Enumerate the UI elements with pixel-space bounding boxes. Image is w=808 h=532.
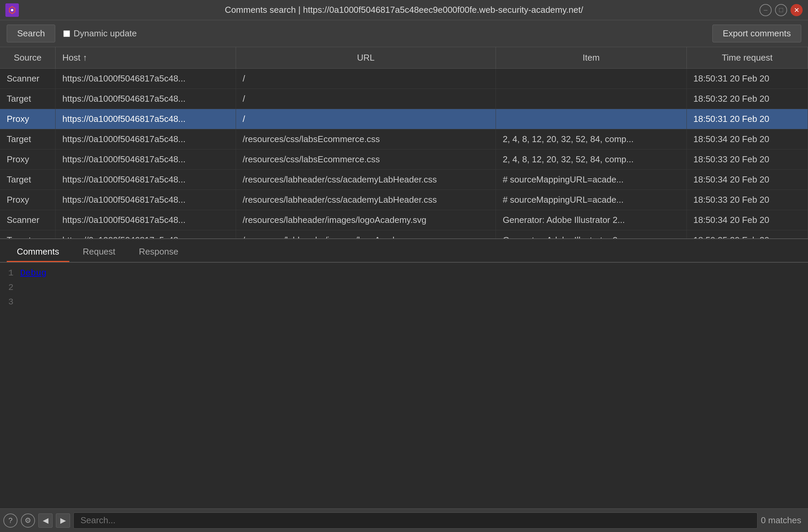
cell-url: / [236, 89, 496, 109]
table-row[interactable]: Proxy https://0a1000f5046817a5c48... /re… [0, 190, 808, 210]
minimize-button[interactable]: – [759, 4, 772, 16]
col-header-time[interactable]: Time request [686, 47, 808, 69]
code-line: 1Debug [0, 266, 808, 280]
col-header-source[interactable]: Source [0, 47, 56, 69]
cell-source: Proxy [0, 190, 56, 210]
line-number: 3 [0, 296, 20, 309]
cell-source: Target [0, 230, 56, 239]
cell-item [496, 89, 686, 109]
cell-time: 18:50:35 20 Feb 20 [686, 230, 808, 239]
table-row[interactable]: Target https://0a1000f5046817a5c48... /r… [0, 170, 808, 190]
cell-host: https://0a1000f5046817a5c48... [56, 89, 236, 109]
cell-host: https://0a1000f5046817a5c48... [56, 69, 236, 89]
tab-response[interactable]: Response [129, 242, 188, 262]
bottom-pane: Comments Request Response 1Debug23 [0, 239, 808, 509]
window-title: Comments search | https://0a1000f5046817… [225, 5, 583, 15]
cell-url: /resources/labheader/images/logoAcademy.… [236, 230, 496, 239]
cell-item: Generator: Adobe Illustrator 2... [496, 230, 686, 239]
table-body: Scanner https://0a1000f5046817a5c48... /… [0, 69, 808, 239]
cell-time: 18:50:33 20 Feb 20 [686, 149, 808, 170]
cell-item: Generator: Adobe Illustrator 2... [496, 210, 686, 230]
line-content: Debug [20, 267, 47, 280]
forward-button[interactable]: ▶ [56, 513, 70, 528]
window-controls: – □ ✕ [759, 4, 803, 16]
cell-source: Proxy [0, 149, 56, 170]
close-button[interactable]: ✕ [790, 4, 803, 16]
dynamic-update-checkbox[interactable] [63, 30, 70, 37]
statusbar: ? ⚙ ◀ ▶ 0 matches [0, 509, 808, 532]
cell-item: # sourceMappingURL=acade... [496, 170, 686, 190]
cell-item: 2, 4, 8, 12, 20, 32, 52, 84, comp... [496, 149, 686, 170]
tab-comments[interactable]: Comments [7, 242, 69, 262]
cell-item [496, 109, 686, 129]
code-area[interactable]: 1Debug23 [0, 263, 808, 509]
table-row[interactable]: Scanner https://0a1000f5046817a5c48... /… [0, 69, 808, 89]
cell-url: /resources/css/labsEcommerce.css [236, 149, 496, 170]
col-header-item[interactable]: Item [496, 47, 686, 69]
dynamic-update-label: Dynamic update [63, 28, 137, 39]
table-row[interactable]: Target https://0a1000f5046817a5c48... /r… [0, 129, 808, 149]
cell-url: / [236, 69, 496, 89]
cell-host: https://0a1000f5046817a5c48... [56, 129, 236, 149]
cell-host: https://0a1000f5046817a5c48... [56, 149, 236, 170]
table-header: Source Host ↑ URL Item Time request [0, 47, 808, 69]
table-row[interactable]: Proxy https://0a1000f5046817a5c48... / 1… [0, 109, 808, 129]
settings-icon[interactable]: ⚙ [21, 513, 35, 528]
cell-time: 18:50:31 20 Feb 20 [686, 69, 808, 89]
tab-request[interactable]: Request [73, 242, 126, 262]
table-row[interactable]: Target https://0a1000f5046817a5c48... / … [0, 89, 808, 109]
cell-item [496, 69, 686, 89]
cell-host: https://0a1000f5046817a5c48... [56, 170, 236, 190]
titlebar: Comments search | https://0a1000f5046817… [0, 0, 808, 20]
search-input[interactable] [73, 512, 757, 529]
back-button[interactable]: ◀ [38, 513, 53, 528]
cell-host: https://0a1000f5046817a5c48... [56, 230, 236, 239]
table-row[interactable]: Proxy https://0a1000f5046817a5c48... /re… [0, 149, 808, 170]
cell-time: 18:50:33 20 Feb 20 [686, 190, 808, 210]
table-row[interactable]: Target https://0a1000f5046817a5c48... /r… [0, 230, 808, 239]
cell-host: https://0a1000f5046817a5c48... [56, 190, 236, 210]
cell-url: /resources/labheader/css/academyLabHeade… [236, 170, 496, 190]
cell-url: /resources/labheader/images/logoAcademy.… [236, 210, 496, 230]
cell-url: / [236, 109, 496, 129]
cell-source: Scanner [0, 69, 56, 89]
cell-source: Proxy [0, 109, 56, 129]
export-comments-button[interactable]: Export comments [712, 24, 801, 42]
results-table: Source Host ↑ URL Item Time request Scan… [0, 47, 808, 239]
burp-icon [5, 3, 19, 17]
cell-time: 18:50:34 20 Feb 20 [686, 129, 808, 149]
code-line: 2 [0, 280, 808, 295]
cell-time: 18:50:31 20 Feb 20 [686, 109, 808, 129]
table-row[interactable]: Scanner https://0a1000f5046817a5c48... /… [0, 210, 808, 230]
toolbar-left: Search Dynamic update [7, 24, 137, 42]
maximize-button[interactable]: □ [775, 4, 787, 16]
code-line: 3 [0, 295, 808, 309]
search-button[interactable]: Search [7, 24, 55, 42]
col-header-host[interactable]: Host ↑ [56, 47, 236, 69]
line-number: 2 [0, 281, 20, 294]
bottom-tabs: Comments Request Response [0, 239, 808, 263]
help-icon[interactable]: ? [3, 513, 18, 528]
cell-url: /resources/css/labsEcommerce.css [236, 129, 496, 149]
cell-item: 2, 4, 8, 12, 20, 32, 52, 84, comp... [496, 129, 686, 149]
cell-url: /resources/labheader/css/academyLabHeade… [236, 190, 496, 210]
cell-source: Target [0, 89, 56, 109]
cell-time: 18:50:34 20 Feb 20 [686, 170, 808, 190]
toolbar: Search Dynamic update Export comments [0, 20, 808, 47]
cell-time: 18:50:32 20 Feb 20 [686, 89, 808, 109]
cell-host: https://0a1000f5046817a5c48... [56, 109, 236, 129]
cell-item: # sourceMappingURL=acade... [496, 190, 686, 210]
cell-source: Target [0, 170, 56, 190]
cell-source: Target [0, 129, 56, 149]
col-header-url[interactable]: URL [236, 47, 496, 69]
svg-point-0 [11, 9, 14, 11]
results-table-container[interactable]: Source Host ↑ URL Item Time request Scan… [0, 47, 808, 239]
cell-source: Scanner [0, 210, 56, 230]
matches-count: 0 matches [761, 515, 805, 526]
cell-time: 18:50:34 20 Feb 20 [686, 210, 808, 230]
cell-host: https://0a1000f5046817a5c48... [56, 210, 236, 230]
line-number: 1 [0, 267, 20, 280]
